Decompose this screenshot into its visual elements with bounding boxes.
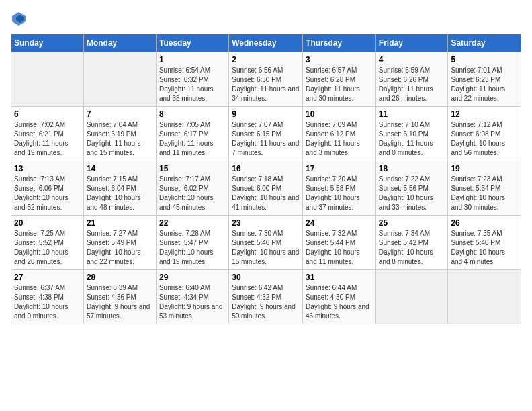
day-number: 18 — [379, 164, 445, 173]
calendar-week-row: 6Sunrise: 7:02 AM Sunset: 6:21 PM Daylig… — [11, 107, 521, 161]
calendar-cell: 12Sunrise: 7:12 AM Sunset: 6:08 PM Dayli… — [448, 107, 521, 161]
day-number: 16 — [232, 164, 300, 173]
day-detail: Sunrise: 6:44 AM Sunset: 4:30 PM Dayligh… — [306, 283, 373, 321]
day-number: 24 — [306, 218, 373, 228]
day-number: 6 — [14, 109, 81, 119]
day-header-monday: Monday — [83, 34, 156, 52]
day-detail: Sunrise: 7:27 AM Sunset: 5:49 PM Dayligh… — [87, 229, 153, 267]
calendar-cell: 16Sunrise: 7:18 AM Sunset: 6:00 PM Dayli… — [229, 161, 303, 216]
day-number: 13 — [14, 164, 81, 173]
calendar-cell: 17Sunrise: 7:20 AM Sunset: 5:58 PM Dayli… — [303, 161, 376, 216]
calendar-week-row: 27Sunrise: 6:37 AM Sunset: 4:38 PM Dayli… — [11, 270, 521, 324]
day-number: 26 — [451, 218, 518, 228]
day-number: 30 — [232, 273, 300, 282]
calendar-cell: 9Sunrise: 7:07 AM Sunset: 6:15 PM Daylig… — [229, 107, 303, 161]
day-number: 31 — [306, 273, 373, 282]
calendar-cell: 25Sunrise: 7:34 AM Sunset: 5:42 PM Dayli… — [375, 216, 448, 270]
day-detail: Sunrise: 6:40 AM Sunset: 4:34 PM Dayligh… — [159, 283, 226, 321]
day-detail: Sunrise: 6:37 AM Sunset: 4:38 PM Dayligh… — [14, 283, 81, 321]
day-detail: Sunrise: 7:07 AM Sunset: 6:15 PM Dayligh… — [232, 120, 300, 158]
day-detail: Sunrise: 7:04 AM Sunset: 6:19 PM Dayligh… — [87, 120, 153, 158]
day-detail: Sunrise: 6:39 AM Sunset: 4:36 PM Dayligh… — [87, 283, 153, 321]
calendar-cell: 7Sunrise: 7:04 AM Sunset: 6:19 PM Daylig… — [83, 107, 156, 161]
day-detail: Sunrise: 6:42 AM Sunset: 4:32 PM Dayligh… — [232, 283, 300, 321]
day-detail: Sunrise: 7:35 AM Sunset: 5:40 PM Dayligh… — [451, 229, 518, 267]
calendar-cell — [448, 270, 521, 324]
calendar-cell: 5Sunrise: 7:01 AM Sunset: 6:23 PM Daylig… — [448, 52, 521, 107]
calendar-cell: 8Sunrise: 7:05 AM Sunset: 6:17 PM Daylig… — [156, 107, 228, 161]
day-number: 9 — [232, 109, 300, 119]
day-number: 15 — [159, 164, 226, 173]
day-number: 19 — [451, 164, 518, 173]
calendar-cell: 2Sunrise: 6:56 AM Sunset: 6:30 PM Daylig… — [229, 52, 303, 107]
day-number: 28 — [87, 273, 153, 282]
calendar-cell: 19Sunrise: 7:23 AM Sunset: 5:54 PM Dayli… — [448, 161, 521, 216]
calendar-header-row: SundayMondayTuesdayWednesdayThursdayFrid… — [11, 34, 521, 52]
calendar-cell: 31Sunrise: 6:44 AM Sunset: 4:30 PM Dayli… — [303, 270, 376, 324]
page-header — [11, 11, 521, 27]
calendar-cell: 6Sunrise: 7:02 AM Sunset: 6:21 PM Daylig… — [11, 107, 84, 161]
calendar-cell: 29Sunrise: 6:40 AM Sunset: 4:34 PM Dayli… — [156, 270, 228, 324]
day-number: 7 — [87, 109, 153, 119]
day-detail: Sunrise: 7:12 AM Sunset: 6:08 PM Dayligh… — [451, 120, 518, 158]
day-detail: Sunrise: 7:13 AM Sunset: 6:06 PM Dayligh… — [14, 175, 81, 212]
day-detail: Sunrise: 7:32 AM Sunset: 5:44 PM Dayligh… — [306, 229, 373, 267]
calendar-cell: 20Sunrise: 7:25 AM Sunset: 5:52 PM Dayli… — [11, 216, 84, 270]
calendar-table: SundayMondayTuesdayWednesdayThursdayFrid… — [11, 34, 521, 324]
day-header-wednesday: Wednesday — [229, 34, 303, 52]
day-number: 21 — [87, 218, 153, 228]
day-detail: Sunrise: 7:18 AM Sunset: 6:00 PM Dayligh… — [232, 175, 300, 212]
day-detail: Sunrise: 6:59 AM Sunset: 6:26 PM Dayligh… — [379, 66, 445, 103]
calendar-cell — [11, 52, 84, 107]
day-detail: Sunrise: 7:05 AM Sunset: 6:17 PM Dayligh… — [159, 120, 226, 158]
day-detail: Sunrise: 7:28 AM Sunset: 5:47 PM Dayligh… — [159, 229, 226, 267]
calendar-cell: 22Sunrise: 7:28 AM Sunset: 5:47 PM Dayli… — [156, 216, 228, 270]
day-detail: Sunrise: 7:01 AM Sunset: 6:23 PM Dayligh… — [451, 66, 518, 103]
day-detail: Sunrise: 7:30 AM Sunset: 5:46 PM Dayligh… — [232, 229, 300, 267]
calendar-cell — [83, 52, 156, 107]
day-detail: Sunrise: 7:22 AM Sunset: 5:56 PM Dayligh… — [379, 175, 445, 212]
day-detail: Sunrise: 7:20 AM Sunset: 5:58 PM Dayligh… — [306, 175, 373, 212]
day-number: 22 — [159, 218, 226, 228]
calendar-cell — [375, 270, 448, 324]
calendar-cell: 30Sunrise: 6:42 AM Sunset: 4:32 PM Dayli… — [229, 270, 303, 324]
day-number: 4 — [379, 55, 445, 64]
calendar-cell: 10Sunrise: 7:09 AM Sunset: 6:12 PM Dayli… — [303, 107, 376, 161]
calendar-cell: 14Sunrise: 7:15 AM Sunset: 6:04 PM Dayli… — [83, 161, 156, 216]
day-header-thursday: Thursday — [303, 34, 376, 52]
calendar-cell: 26Sunrise: 7:35 AM Sunset: 5:40 PM Dayli… — [448, 216, 521, 270]
day-header-saturday: Saturday — [448, 34, 521, 52]
day-detail: Sunrise: 7:09 AM Sunset: 6:12 PM Dayligh… — [306, 120, 373, 158]
calendar-cell: 4Sunrise: 6:59 AM Sunset: 6:26 PM Daylig… — [375, 52, 448, 107]
calendar-cell: 1Sunrise: 6:54 AM Sunset: 6:32 PM Daylig… — [156, 52, 228, 107]
day-number: 3 — [306, 55, 373, 64]
calendar-cell: 21Sunrise: 7:27 AM Sunset: 5:49 PM Dayli… — [83, 216, 156, 270]
day-detail: Sunrise: 7:34 AM Sunset: 5:42 PM Dayligh… — [379, 229, 445, 267]
calendar-cell: 15Sunrise: 7:17 AM Sunset: 6:02 PM Dayli… — [156, 161, 228, 216]
calendar-cell: 27Sunrise: 6:37 AM Sunset: 4:38 PM Dayli… — [11, 270, 84, 324]
day-number: 1 — [159, 55, 226, 64]
calendar-week-row: 20Sunrise: 7:25 AM Sunset: 5:52 PM Dayli… — [11, 216, 521, 270]
day-number: 11 — [379, 109, 445, 119]
day-header-tuesday: Tuesday — [156, 34, 228, 52]
calendar-week-row: 1Sunrise: 6:54 AM Sunset: 6:32 PM Daylig… — [11, 52, 521, 107]
calendar-cell: 13Sunrise: 7:13 AM Sunset: 6:06 PM Dayli… — [11, 161, 84, 216]
calendar-cell: 18Sunrise: 7:22 AM Sunset: 5:56 PM Dayli… — [375, 161, 448, 216]
day-number: 27 — [14, 273, 81, 282]
day-detail: Sunrise: 7:17 AM Sunset: 6:02 PM Dayligh… — [159, 175, 226, 212]
day-detail: Sunrise: 6:57 AM Sunset: 6:28 PM Dayligh… — [306, 66, 373, 103]
day-detail: Sunrise: 7:25 AM Sunset: 5:52 PM Dayligh… — [14, 229, 81, 267]
calendar-cell: 3Sunrise: 6:57 AM Sunset: 6:28 PM Daylig… — [303, 52, 376, 107]
day-detail: Sunrise: 7:23 AM Sunset: 5:54 PM Dayligh… — [451, 175, 518, 212]
day-number: 20 — [14, 218, 81, 228]
day-detail: Sunrise: 7:02 AM Sunset: 6:21 PM Dayligh… — [14, 120, 81, 158]
day-detail: Sunrise: 7:10 AM Sunset: 6:10 PM Dayligh… — [379, 120, 445, 158]
day-number: 10 — [306, 109, 373, 119]
day-detail: Sunrise: 6:56 AM Sunset: 6:30 PM Dayligh… — [232, 66, 300, 103]
day-number: 14 — [87, 164, 153, 173]
logo — [11, 11, 30, 27]
day-header-sunday: Sunday — [11, 34, 84, 52]
calendar-cell: 24Sunrise: 7:32 AM Sunset: 5:44 PM Dayli… — [303, 216, 376, 270]
day-number: 12 — [451, 109, 518, 119]
calendar-cell: 28Sunrise: 6:39 AM Sunset: 4:36 PM Dayli… — [83, 270, 156, 324]
